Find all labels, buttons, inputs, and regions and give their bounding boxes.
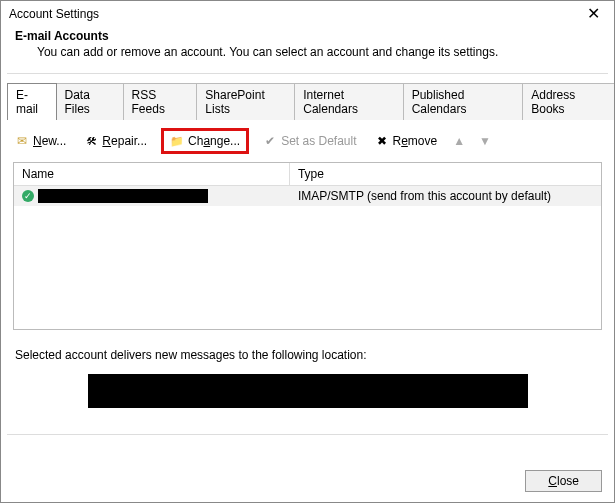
move-up-icon: ▲ xyxy=(451,134,467,148)
location-label: Selected account delivers new messages t… xyxy=(15,348,600,362)
tab-sharepoint[interactable]: SharePoint Lists xyxy=(196,83,295,120)
tab-published-calendars[interactable]: Published Calendars xyxy=(403,83,524,120)
account-name-redacted xyxy=(38,189,208,203)
tabstrip: E-mail Data Files RSS Feeds SharePoint L… xyxy=(1,83,614,120)
tab-email[interactable]: E-mail xyxy=(7,83,57,120)
remove-button[interactable]: Remove xyxy=(371,132,442,150)
account-list[interactable]: Name Type ✓ IMAP/SMTP (send from this ac… xyxy=(13,162,602,330)
set-default-button: Set as Default xyxy=(259,132,360,150)
header-title: E-mail Accounts xyxy=(15,29,600,43)
check-icon xyxy=(263,134,277,148)
tab-rss-feeds[interactable]: RSS Feeds xyxy=(123,83,198,120)
location-value-redacted xyxy=(88,374,528,408)
header: E-mail Accounts You can add or remove an… xyxy=(1,23,614,73)
divider xyxy=(7,434,608,435)
list-header: Name Type xyxy=(14,163,601,186)
header-subtitle: You can add or remove an account. You ca… xyxy=(15,45,600,59)
account-type: IMAP/SMTP (send from this account by def… xyxy=(290,186,601,206)
col-type[interactable]: Type xyxy=(290,163,601,185)
divider xyxy=(7,73,608,74)
tools-icon xyxy=(84,134,98,148)
window-title: Account Settings xyxy=(9,7,99,21)
default-badge-icon: ✓ xyxy=(22,190,34,202)
new-button[interactable]: New... xyxy=(11,132,70,150)
tab-internet-calendars[interactable]: Internet Calendars xyxy=(294,83,403,120)
tab-address-books[interactable]: Address Books xyxy=(522,83,615,120)
change-button[interactable]: Change... xyxy=(161,128,249,154)
envelope-icon xyxy=(15,134,29,148)
toolbar: New... Repair... Change... Set as Defaul… xyxy=(1,120,614,162)
x-icon xyxy=(375,134,389,148)
table-row[interactable]: ✓ IMAP/SMTP (send from this account by d… xyxy=(14,186,601,206)
move-down-icon: ▼ xyxy=(477,134,493,148)
close-icon[interactable]: ✕ xyxy=(581,7,606,21)
tab-data-files[interactable]: Data Files xyxy=(56,83,124,120)
close-button[interactable]: Close xyxy=(525,470,602,492)
repair-button[interactable]: Repair... xyxy=(80,132,151,150)
folder-icon xyxy=(170,134,184,148)
col-name[interactable]: Name xyxy=(14,163,290,185)
